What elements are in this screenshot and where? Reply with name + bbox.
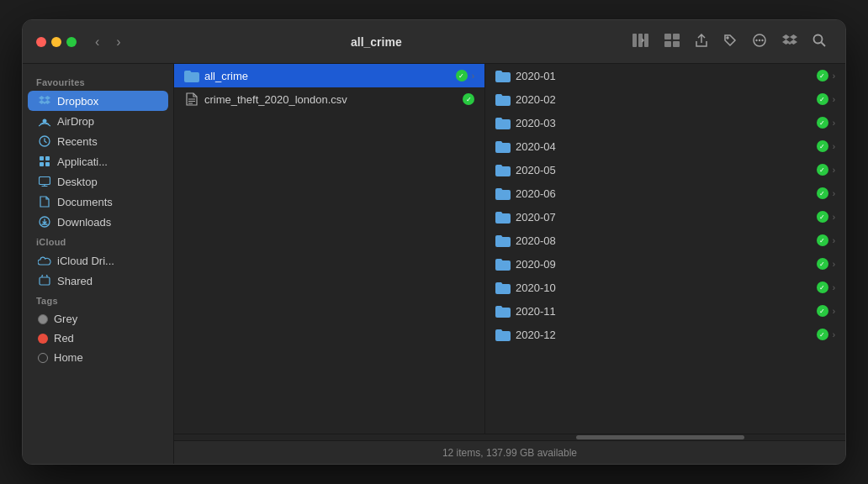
- folder-name-2020-01: 2020-01: [516, 70, 812, 82]
- file-name-all-crime: all_crime: [204, 70, 451, 82]
- minimize-button[interactable]: [51, 37, 61, 47]
- scroll-bar[interactable]: [174, 434, 845, 440]
- folder-icon-2020-12: [495, 327, 511, 342]
- sidebar: Favourites Dropbox: [23, 64, 174, 464]
- file-item-2020-02[interactable]: 2020-02 ✓ ›: [485, 87, 845, 111]
- file-item-2020-09[interactable]: 2020-09 ✓ ›: [485, 252, 845, 276]
- folder-icon-2020-10: [495, 280, 511, 295]
- sidebar-red-label: Red: [54, 332, 74, 345]
- sidebar-item-icloud-drive[interactable]: iCloud Dri...: [28, 250, 168, 271]
- file-item-2020-07[interactable]: 2020-07 ✓ ›: [485, 205, 845, 229]
- file-item-2020-10[interactable]: 2020-10 ✓ ›: [485, 276, 845, 299]
- sidebar-item-grey[interactable]: Grey: [28, 309, 168, 329]
- forward-button[interactable]: ›: [111, 31, 125, 53]
- icloud-label: iCloud: [23, 232, 173, 250]
- sidebar-item-home[interactable]: Home: [28, 348, 168, 367]
- folder-name-2020-05: 2020-05: [516, 164, 812, 176]
- search-button[interactable]: [807, 29, 832, 55]
- check-2020-07: ✓: [817, 211, 828, 223]
- icloud-icon: [38, 254, 51, 267]
- check-2020-03: ✓: [817, 117, 828, 129]
- chevron-2020-11: ›: [833, 307, 835, 316]
- statusbar: 12 items, 137.99 GB available: [174, 440, 845, 464]
- folder-name-2020-04: 2020-04: [516, 140, 812, 153]
- folder-name-2020-10: 2020-10: [516, 281, 812, 294]
- svg-rect-5: [664, 41, 671, 47]
- file-item-2020-11[interactable]: 2020-11 ✓ ›: [485, 299, 845, 323]
- main-content: Favourites Dropbox: [23, 64, 845, 464]
- documents-icon: [38, 195, 51, 208]
- svg-point-7: [727, 37, 728, 39]
- sidebar-item-dropbox[interactable]: Dropbox: [28, 91, 168, 111]
- sidebar-item-desktop[interactable]: Desktop: [28, 171, 168, 192]
- more-button[interactable]: [746, 29, 773, 55]
- folder-icon-2020-01: [495, 68, 511, 83]
- sidebar-recents-label: Recents: [57, 135, 98, 148]
- file-item-2020-03[interactable]: 2020-03 ✓ ›: [485, 111, 845, 134]
- check-2020-04: ✓: [817, 140, 828, 152]
- sidebar-item-airdrop[interactable]: AirDrop: [28, 111, 168, 131]
- folder-name-2020-08: 2020-08: [516, 234, 812, 247]
- file-item-2020-12[interactable]: 2020-12 ✓ ›: [485, 323, 845, 346]
- svg-rect-16: [45, 156, 50, 160]
- view-options-button[interactable]: [659, 29, 685, 55]
- folder-icon-2020-04: [495, 139, 511, 154]
- shared-icon: [38, 274, 51, 287]
- sidebar-grey-label: Grey: [54, 313, 77, 325]
- tag-button[interactable]: [717, 29, 743, 55]
- tags-label: Tags: [23, 291, 173, 309]
- sidebar-item-red[interactable]: Red: [28, 329, 168, 348]
- red-tag-dot: [38, 334, 48, 344]
- chevron-2020-01: ›: [833, 71, 835, 81]
- folder-list: 2020-01 ✓ › 2020-02 ✓ › 2020-03: [485, 64, 845, 346]
- sidebar-item-downloads[interactable]: Downloads: [28, 212, 168, 232]
- sidebar-desktop-label: Desktop: [57, 176, 98, 188]
- dropbox-button[interactable]: [776, 29, 803, 55]
- column-2: 2020-01 ✓ › 2020-02 ✓ › 2020-03: [485, 64, 845, 434]
- file-item-2020-08[interactable]: 2020-08 ✓ ›: [485, 229, 845, 252]
- sidebar-item-recents[interactable]: Recents: [28, 131, 168, 151]
- folder-icon: [184, 68, 199, 83]
- share-button[interactable]: [689, 29, 714, 55]
- check-2020-08: ✓: [817, 234, 828, 246]
- file-item-crime-theft[interactable]: crime_theft_2020_london.csv ✓: [174, 87, 484, 111]
- file-item-2020-04[interactable]: 2020-04 ✓ ›: [485, 134, 845, 158]
- folder-name-2020-11: 2020-11: [516, 305, 812, 318]
- file-item-2020-01[interactable]: 2020-01 ✓ ›: [485, 64, 845, 87]
- scroll-thumb[interactable]: [576, 435, 744, 439]
- back-button[interactable]: ‹: [90, 31, 104, 53]
- dropbox-icon: [38, 94, 51, 108]
- folder-icon-2020-02: [495, 92, 511, 107]
- badge-2020-03: ✓ ›: [817, 117, 835, 129]
- badge-2020-08: ✓ ›: [817, 234, 835, 246]
- titlebar: ‹ › all_crime: [23, 20, 845, 64]
- badge-2020-07: ✓ ›: [817, 211, 835, 223]
- sidebar-documents-label: Documents: [57, 196, 113, 208]
- file-item-all-crime[interactable]: all_crime ✓ ›: [174, 64, 484, 87]
- file-item-2020-06[interactable]: 2020-06 ✓ ›: [485, 182, 845, 205]
- folder-icon-2020-07: [495, 209, 511, 224]
- check-2020-05: ✓: [817, 164, 828, 176]
- svg-rect-15: [40, 156, 44, 160]
- badge-2020-11: ✓ ›: [817, 305, 835, 317]
- check-2020-09: ✓: [817, 258, 828, 270]
- check-2020-10: ✓: [817, 281, 828, 293]
- columns-area: all_crime ✓ ›: [174, 64, 845, 434]
- badge-2020-12: ✓ ›: [817, 329, 835, 340]
- chevron-2020-06: ›: [833, 189, 835, 198]
- svg-rect-3: [664, 34, 671, 39]
- chevron-2020-03: ›: [833, 118, 835, 128]
- columns-view-button[interactable]: [627, 29, 655, 55]
- badge-2020-06: ✓ ›: [817, 187, 835, 199]
- sidebar-item-documents[interactable]: Documents: [28, 192, 168, 212]
- folder-name-2020-06: 2020-06: [516, 187, 812, 200]
- maximize-button[interactable]: [66, 37, 77, 47]
- folder-icon-2020-03: [495, 115, 511, 130]
- file-item-2020-05[interactable]: 2020-05 ✓ ›: [485, 158, 845, 182]
- folder-name-2020-12: 2020-12: [516, 329, 812, 341]
- svg-rect-2: [644, 34, 648, 47]
- window-title: all_crime: [133, 35, 620, 49]
- sidebar-item-shared[interactable]: Shared: [28, 271, 168, 291]
- sidebar-item-applications[interactable]: Applicati...: [28, 151, 168, 171]
- close-button[interactable]: [36, 37, 46, 47]
